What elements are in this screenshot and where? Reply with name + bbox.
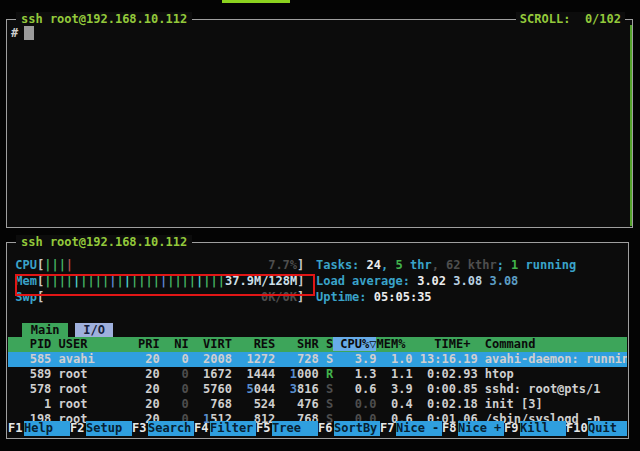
scroll-indicator: SCROLL: 0/102 bbox=[516, 12, 625, 26]
htop-process-table: PID USER PRI NI VIRT RES SHR S CPU%▽MEM%… bbox=[8, 337, 627, 427]
top-pane-title: ssh root@192.168.10.112 bbox=[16, 12, 192, 26]
load-average-line: Load average: 3.02 3.08 3.08 bbox=[316, 273, 576, 289]
fnkey-f7[interactable]: F7 bbox=[380, 421, 396, 436]
fnlabel-f1[interactable]: Help bbox=[24, 421, 70, 436]
fnkey-f10[interactable]: F10 bbox=[566, 421, 588, 436]
fnlabel-f5[interactable]: Tree bbox=[272, 421, 318, 436]
fnkey-f2[interactable]: F2 bbox=[70, 421, 86, 436]
prompt-symbol: # bbox=[11, 26, 18, 40]
shell-prompt[interactable]: # bbox=[11, 26, 34, 41]
fnkey-f1[interactable]: F1 bbox=[8, 421, 24, 436]
fnlabel-f6[interactable]: SortBy bbox=[334, 421, 380, 436]
scrollbar[interactable] bbox=[630, 25, 632, 226]
fnlabel-f9[interactable]: Kill bbox=[520, 421, 566, 436]
tab-i-o[interactable]: I/O bbox=[75, 323, 113, 337]
fnkey-f9[interactable]: F9 bbox=[504, 421, 520, 436]
cursor-block bbox=[24, 26, 34, 40]
video-progress-bar bbox=[222, 0, 290, 3]
fnlabel-f7[interactable]: Nice - bbox=[396, 421, 442, 436]
table-header: PID USER PRI NI VIRT RES SHR S CPU%▽MEM%… bbox=[8, 337, 627, 352]
process-row-578[interactable]: 578 root 20 0 5760 5044 3816 S 0.6 3.9 0… bbox=[8, 382, 627, 397]
fnlabel-f8[interactable]: Nice + bbox=[458, 421, 504, 436]
fnkey-f8[interactable]: F8 bbox=[442, 421, 458, 436]
fnkey-f4[interactable]: F4 bbox=[194, 421, 210, 436]
fnlabel-f10[interactable]: Quit bbox=[588, 421, 627, 436]
cpu-meter: CPU[|||| 7.7%] bbox=[8, 257, 305, 273]
top-terminal-pane[interactable]: ssh root@192.168.10.112 SCROLL: 0/102 # bbox=[6, 19, 633, 228]
htop-function-bar: F1HelpF2SetupF3SearchF4FilterF5TreeF6Sor… bbox=[8, 421, 627, 436]
bottom-terminal-pane[interactable]: ssh root@192.168.10.112 CPU[|||| 7.7%] M… bbox=[6, 242, 629, 439]
fnkey-f3[interactable]: F3 bbox=[132, 421, 148, 436]
uptime-line: Uptime: 05:05:35 bbox=[316, 289, 576, 305]
process-row-1[interactable]: 1 root 20 0 768 524 476 S 0.0 0.4 0:02.1… bbox=[8, 397, 627, 412]
tab-main[interactable]: Main bbox=[22, 323, 67, 337]
tasks-line: Tasks: 24, 5 thr, 62 kthr; 1 running bbox=[316, 257, 576, 273]
process-row-589[interactable]: 589 root 20 0 1672 1444 1000 R 1.3 1.1 0… bbox=[8, 367, 627, 382]
fnlabel-f2[interactable]: Setup bbox=[86, 421, 132, 436]
mem-annotation-box bbox=[15, 274, 315, 296]
htop-stats: Tasks: 24, 5 thr, 62 kthr; 1 runningLoad… bbox=[316, 257, 576, 305]
column-cpu-sorted: CPU%▽ bbox=[333, 337, 376, 351]
scroll-label: SCROLL: bbox=[520, 12, 571, 26]
fnlabel-f4[interactable]: Filter bbox=[210, 421, 256, 436]
process-row-585[interactable]: 585 avahi 20 0 2008 1272 728 S 3.9 1.0 1… bbox=[8, 352, 627, 367]
fnkey-f5[interactable]: F5 bbox=[256, 421, 272, 436]
fnlabel-f3[interactable]: Search bbox=[148, 421, 194, 436]
htop-tabs: Main I/O bbox=[8, 323, 113, 338]
scroll-value: 0/102 bbox=[585, 12, 621, 26]
bottom-pane-title: ssh root@192.168.10.112 bbox=[16, 235, 192, 249]
fnkey-f6[interactable]: F6 bbox=[318, 421, 334, 436]
